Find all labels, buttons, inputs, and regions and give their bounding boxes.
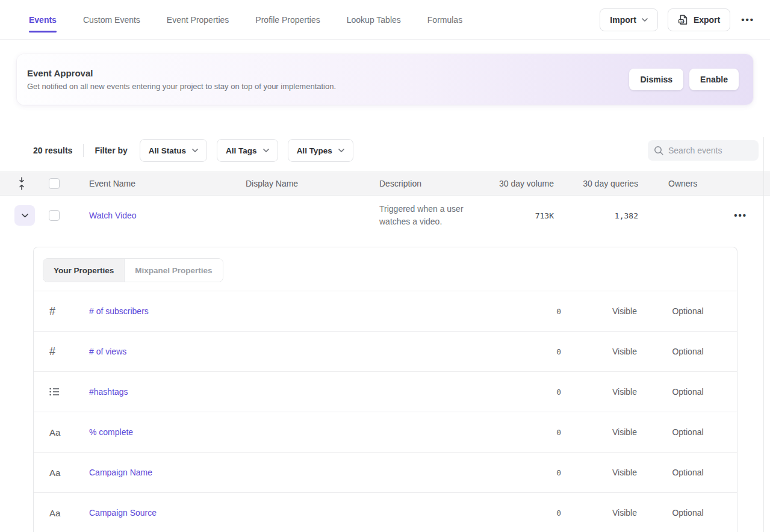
header-30-day-volume: 30 day volume: [494, 179, 554, 188]
property-row: #hashtags 0 Visible Optional: [34, 372, 737, 412]
collapse-all-button[interactable]: [14, 175, 29, 192]
header-display-name: Display Name: [246, 179, 379, 188]
status-filter-dropdown[interactable]: All Status: [140, 139, 207, 162]
property-name-link[interactable]: # of views: [89, 347, 126, 356]
tab-events[interactable]: Events: [29, 0, 57, 39]
tags-filter-label: All Tags: [226, 146, 257, 155]
event-30-day-queries: 1,382: [554, 211, 638, 220]
dismiss-button[interactable]: Dismiss: [629, 69, 683, 90]
properties-list: # # of subscribers 0 Visible Optional # …: [34, 291, 737, 532]
property-name-link[interactable]: Campaign Source: [89, 508, 157, 518]
event-name-link[interactable]: Watch Video: [89, 211, 137, 220]
property-visibility: Visible: [593, 508, 656, 518]
property-row: Aa Campaign Source 0 Visible Optional: [34, 493, 737, 532]
tab-your-properties[interactable]: Your Properties: [43, 259, 125, 282]
text-type-icon: Aa: [34, 468, 89, 478]
property-row: Aa % complete 0 Visible Optional: [34, 412, 737, 453]
banner-title: Event Approval: [27, 68, 336, 78]
property-requirement: Optional: [656, 347, 719, 356]
chevron-down-icon: [642, 18, 648, 22]
csv-file-icon: csv: [678, 14, 688, 25]
properties-tab-group: Your Properties Mixpanel Properties: [43, 258, 223, 282]
types-filter-label: All Types: [297, 146, 332, 155]
number-type-icon: #: [34, 305, 89, 318]
banner-description: Get notified on all new events entering …: [27, 82, 336, 91]
tags-filter-dropdown[interactable]: All Tags: [217, 139, 278, 162]
property-visibility: Visible: [593, 427, 656, 437]
event-row-watch-video: Watch Video Triggered when a user watche…: [0, 196, 770, 235]
property-requirement: Optional: [656, 427, 719, 437]
list-type-icon: [34, 388, 89, 396]
property-name-link[interactable]: Campaign Name: [89, 468, 152, 477]
number-type-icon: #: [34, 345, 89, 358]
enable-button[interactable]: Enable: [689, 69, 739, 90]
chevron-down-icon: [263, 149, 269, 152]
chevron-down-icon: [192, 149, 198, 152]
scrollbar-track[interactable]: [763, 137, 764, 532]
property-visibility: Visible: [593, 347, 656, 356]
import-button[interactable]: Import: [600, 8, 658, 31]
tab-lookup-tables[interactable]: Lookup Tables: [347, 0, 401, 39]
event-approval-banner: Event Approval Get notified on all new e…: [17, 54, 753, 105]
types-filter-dropdown[interactable]: All Types: [288, 139, 353, 162]
chevron-down-icon: [22, 214, 28, 218]
search-icon: [654, 146, 663, 155]
export-button[interactable]: csv Export: [668, 8, 730, 31]
row-checkbox[interactable]: [49, 210, 60, 221]
results-count: 20 results: [33, 146, 72, 155]
property-count: 0: [525, 388, 561, 397]
event-properties-panel: Your Properties Mixpanel Properties # # …: [33, 247, 737, 532]
property-count: 0: [525, 347, 561, 356]
property-row: # # of views 0 Visible Optional: [34, 332, 737, 372]
header-owners: Owners: [638, 179, 728, 188]
property-row: # # of subscribers 0 Visible Optional: [34, 291, 737, 332]
status-filter-label: All Status: [149, 146, 186, 155]
text-type-icon: Aa: [34, 508, 89, 518]
more-options-button[interactable]: •••: [740, 12, 756, 27]
property-requirement: Optional: [656, 387, 719, 397]
top-navigation: Events Custom Events Event Properties Pr…: [0, 0, 770, 40]
filter-by-label: Filter by: [95, 146, 127, 155]
header-event-name: Event Name: [89, 179, 246, 188]
text-type-icon: Aa: [34, 427, 89, 438]
property-visibility: Visible: [593, 306, 656, 316]
export-button-label: Export: [694, 15, 720, 25]
property-row: Aa Campaign Name 0 Visible Optional: [34, 453, 737, 493]
property-requirement: Optional: [656, 306, 719, 316]
filter-toolbar: 20 results Filter by All Status All Tags…: [0, 139, 770, 162]
tab-formulas[interactable]: Formulas: [427, 0, 462, 39]
svg-text:csv: csv: [679, 19, 685, 22]
property-count: 0: [525, 468, 561, 477]
tab-custom-events[interactable]: Custom Events: [83, 0, 140, 39]
select-all-checkbox[interactable]: [49, 178, 60, 189]
property-requirement: Optional: [656, 508, 719, 518]
property-count: 0: [525, 428, 561, 437]
chevron-down-icon: [338, 149, 344, 152]
property-requirement: Optional: [656, 468, 719, 477]
event-description: Triggered when a user watches a video.: [379, 203, 494, 228]
search-box: [648, 140, 759, 161]
property-count: 0: [525, 307, 561, 316]
property-name-link[interactable]: # of subscribers: [89, 306, 149, 316]
import-button-label: Import: [610, 15, 636, 25]
collapse-row-button[interactable]: [14, 205, 35, 226]
property-visibility: Visible: [593, 468, 656, 477]
property-name-link[interactable]: % complete: [89, 427, 133, 437]
tab-profile-properties[interactable]: Profile Properties: [255, 0, 320, 39]
property-count: 0: [525, 509, 561, 518]
event-30-day-volume: 713K: [494, 211, 554, 220]
property-visibility: Visible: [593, 387, 656, 397]
toolbar-divider: [83, 144, 84, 157]
events-table-header: Event Name Display Name Description 30 d…: [0, 172, 770, 196]
header-description: Description: [379, 179, 494, 188]
search-input[interactable]: [668, 146, 753, 155]
row-actions-button[interactable]: •••: [733, 208, 748, 223]
tab-mixpanel-properties[interactable]: Mixpanel Properties: [125, 259, 222, 282]
lexicon-tabs: Events Custom Events Event Properties Pr…: [29, 0, 462, 39]
header-30-day-queries: 30 day queries: [554, 179, 638, 188]
property-name-link[interactable]: #hashtags: [89, 387, 128, 397]
tab-event-properties[interactable]: Event Properties: [167, 0, 229, 39]
